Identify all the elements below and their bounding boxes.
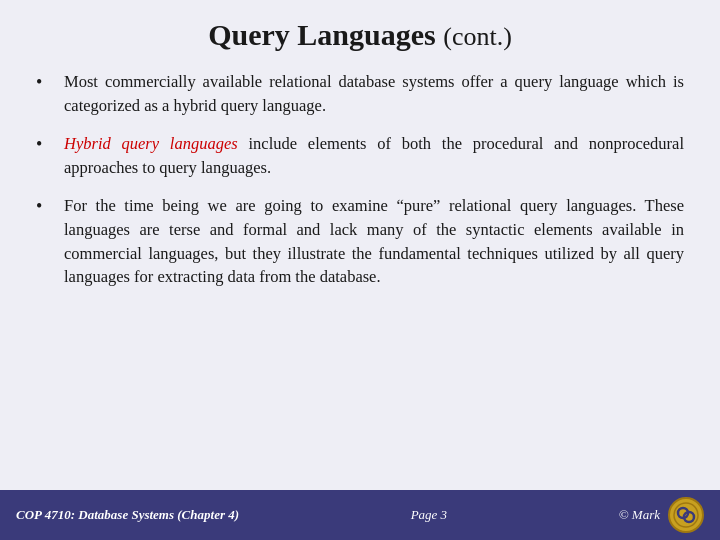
bullet-2: • Hybrid query languages include element… bbox=[36, 132, 684, 180]
slide-title: Query Languages (cont.) bbox=[36, 18, 684, 52]
hybrid-highlight: Hybrid query languages bbox=[64, 134, 238, 153]
bullet-1-symbol: • bbox=[36, 72, 64, 93]
footer: COP 4710: Database Systems (Chapter 4) P… bbox=[0, 490, 720, 540]
bullet-3: • For the time being we are going to exa… bbox=[36, 194, 684, 290]
bullet-1-text: Most commercially available relational d… bbox=[64, 70, 684, 118]
footer-left: COP 4710: Database Systems (Chapter 4) bbox=[16, 507, 239, 523]
bullet-3-symbol: • bbox=[36, 196, 64, 217]
footer-logo bbox=[668, 497, 704, 533]
title-cont-label: (cont.) bbox=[443, 22, 512, 51]
footer-copyright: © Mark bbox=[619, 507, 660, 523]
footer-center: Page 3 bbox=[411, 507, 447, 523]
title-main: Query Languages bbox=[208, 18, 436, 51]
slide: Query Languages (cont.) • Most commercia… bbox=[0, 0, 720, 540]
bullet-2-symbol: • bbox=[36, 134, 64, 155]
slide-content: Query Languages (cont.) • Most commercia… bbox=[0, 0, 720, 490]
bullet-2-text: Hybrid query languages include elements … bbox=[64, 132, 684, 180]
logo-svg bbox=[672, 501, 700, 529]
footer-right: © Mark bbox=[619, 497, 704, 533]
bullet-1: • Most commercially available relational… bbox=[36, 70, 684, 118]
bullet-3-text: For the time being we are going to exami… bbox=[64, 194, 684, 290]
